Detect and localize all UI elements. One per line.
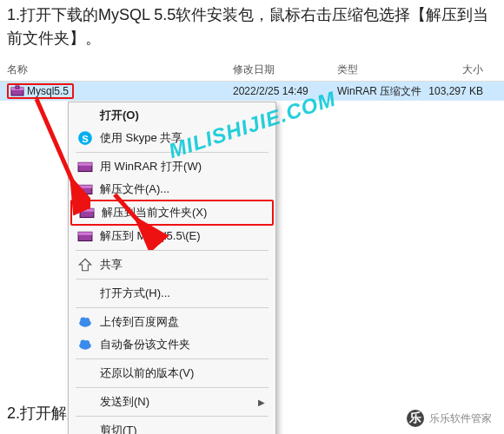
spacer-icon: [77, 423, 93, 434]
menu-separator: [76, 250, 269, 251]
brand-name: 乐乐软件管家: [429, 411, 492, 426]
winrar-archive-icon: [10, 85, 24, 97]
menu-open-with[interactable]: 打开方式(H)...: [70, 282, 274, 305]
file-size: 103,297 KB: [424, 85, 494, 97]
menu-baidu[interactable]: 上传到百度网盘: [70, 311, 274, 333]
svg-point-19: [84, 340, 90, 345]
skype-icon: S: [77, 130, 93, 146]
menu-share[interactable]: 共享: [70, 253, 274, 276]
menu-restore[interactable]: 还原以前的版本(V): [70, 362, 274, 385]
svg-rect-9: [78, 186, 92, 188]
winrar-icon: [77, 228, 93, 244]
col-header-type[interactable]: 类型: [337, 62, 424, 77]
svg-rect-2: [16, 86, 19, 89]
menu-cut[interactable]: 剪切(T): [70, 419, 274, 434]
menu-separator: [76, 387, 269, 388]
col-header-name[interactable]: 名称: [7, 62, 233, 77]
menu-separator: [76, 279, 269, 279]
instruction-step-1: 1.打开下载的MySQL 5.5软件安装包，鼠标右击压缩包选择【解压到当前文件夹…: [0, 0, 504, 54]
file-date: 2022/2/25 14:49: [233, 85, 337, 97]
footer-brand: 乐 乐乐软件管家: [407, 410, 492, 427]
baidu-cloud-icon: [77, 314, 93, 330]
brand-avatar-icon: 乐: [407, 410, 424, 427]
share-icon: [77, 257, 93, 273]
col-header-size[interactable]: 大小: [424, 62, 494, 77]
menu-open-with-label: 打开方式(H)...: [100, 286, 265, 301]
menu-separator: [76, 416, 269, 417]
file-type: WinRAR 压缩文件: [337, 84, 424, 99]
menu-separator: [76, 152, 269, 153]
svg-rect-13: [78, 233, 92, 235]
winrar-icon: [79, 205, 95, 220]
file-highlight: Mysql5.5: [7, 83, 74, 99]
menu-cut-label: 剪切(T): [100, 423, 265, 434]
svg-text:S: S: [82, 134, 89, 144]
menu-skype[interactable]: S 使用 Skype 共享: [70, 127, 274, 149]
menu-separator: [76, 358, 269, 359]
menu-separator: [76, 307, 269, 308]
svg-rect-7: [78, 163, 92, 166]
menu-share-label: 共享: [100, 257, 265, 273]
menu-skype-label: 使用 Skype 共享: [100, 130, 265, 146]
spacer-icon: [77, 394, 93, 410]
menu-send-to[interactable]: 发送到(N) ▶: [70, 391, 274, 413]
svg-rect-11: [80, 209, 94, 212]
menu-auto-backup-label: 自动备份该文件夹: [100, 337, 265, 352]
menu-auto-backup[interactable]: 自动备份该文件夹: [70, 333, 274, 356]
col-header-date[interactable]: 修改日期: [233, 62, 337, 77]
menu-extract-files[interactable]: 解压文件(A)...: [70, 178, 274, 201]
menu-extract-here-label: 解压到当前文件夹(X): [102, 205, 263, 220]
submenu-arrow-icon: ▶: [258, 398, 265, 407]
menu-open-label: 打开(O): [100, 108, 265, 123]
spacer-icon: [77, 286, 93, 301]
winrar-icon: [77, 159, 93, 174]
menu-extract-here[interactable]: 解压到当前文件夹(X): [70, 200, 274, 226]
menu-winrar-open-label: 用 WinRAR 打开(W): [100, 159, 265, 174]
file-list-header: 名称 修改日期 类型 大小: [0, 59, 504, 82]
menu-open[interactable]: 打开(O): [70, 104, 274, 127]
context-menu: 打开(O) S 使用 Skype 共享 用 WinRAR 打开(W) 解压文件(…: [68, 102, 276, 434]
menu-send-to-label: 发送到(N): [100, 394, 251, 410]
menu-winrar-open[interactable]: 用 WinRAR 打开(W): [70, 155, 274, 178]
winrar-icon: [77, 181, 93, 197]
spacer-icon: [77, 108, 93, 123]
baidu-cloud-icon: [77, 337, 93, 352]
spacer-icon: [77, 365, 93, 381]
menu-extract-files-label: 解压文件(A)...: [100, 181, 265, 197]
file-name: Mysql5.5: [27, 85, 69, 97]
svg-point-16: [84, 318, 90, 323]
menu-extract-to[interactable]: 解压到 Mysql5.5\(E): [70, 225, 274, 247]
menu-restore-label: 还原以前的版本(V): [100, 365, 265, 381]
menu-extract-to-label: 解压到 Mysql5.5\(E): [100, 228, 265, 244]
file-row[interactable]: Mysql5.5 2022/2/25 14:49 WinRAR 压缩文件 103…: [0, 82, 504, 101]
menu-baidu-label: 上传到百度网盘: [100, 314, 265, 330]
